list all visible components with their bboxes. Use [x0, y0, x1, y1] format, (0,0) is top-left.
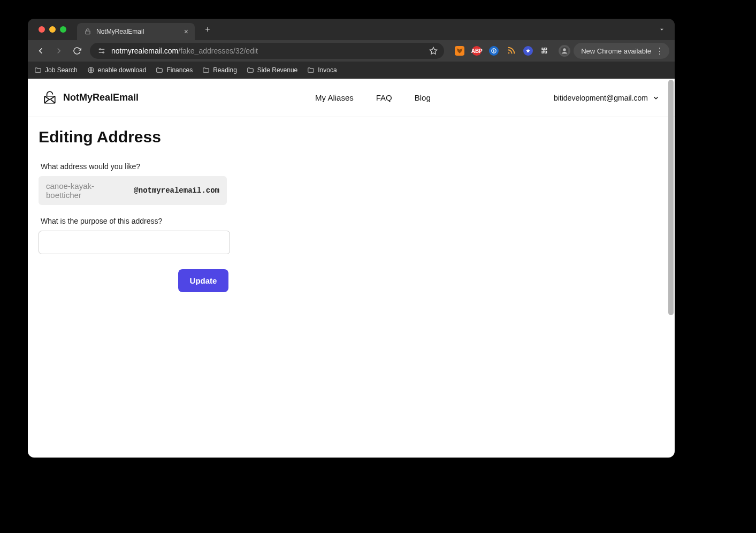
folder-icon [156, 66, 163, 74]
svg-point-1 [100, 49, 101, 50]
url-text: notmyrealemail.com/fake_addresses/32/edi… [111, 47, 425, 55]
svg-rect-5 [493, 50, 494, 52]
bookmark-label: Finances [166, 66, 193, 74]
kebab-menu-icon[interactable]: ⋮ [655, 46, 664, 56]
maximize-window-button[interactable] [60, 26, 66, 33]
extension-abp-icon[interactable]: ABP [472, 46, 482, 56]
bookmark-label: Job Search [45, 66, 78, 74]
account-menu[interactable]: bitidevelopment@gmail.com [554, 94, 660, 102]
extension-metamask-icon[interactable] [455, 46, 464, 56]
submit-row: Update [39, 269, 368, 292]
folder-icon [202, 66, 210, 74]
app-header: NotMyRealEmail My Aliases FAQ Blog bitid… [28, 79, 675, 117]
nav-faq[interactable]: FAQ [376, 93, 392, 102]
bookmark-reading[interactable]: Reading [202, 66, 237, 74]
bookmark-label: Reading [213, 66, 237, 74]
bookmark-label: Side Revenue [257, 66, 297, 74]
bookmarks-bar: Job Search enable download Finances Read… [28, 62, 675, 79]
browser-window: NotMyRealEmail × + notmyrealemail.com/fa… [28, 19, 675, 458]
site-settings-icon[interactable] [96, 45, 107, 56]
bookmark-side-revenue[interactable]: Side Revenue [247, 66, 297, 74]
update-button[interactable]: Update [178, 269, 229, 292]
purpose-field-group: What is the purpose of this address? [39, 217, 664, 254]
brand-name: NotMyRealEmail [63, 92, 139, 103]
purpose-label: What is the purpose of this address? [41, 217, 664, 225]
forward-button[interactable] [51, 43, 66, 58]
form-content: Editing Address What address would you l… [28, 117, 675, 303]
extension-onepassword-icon[interactable] [489, 46, 499, 56]
bookmark-label: Invoca [318, 66, 337, 74]
alias-domain-suffix: @notmyrealemail.com [134, 186, 219, 195]
brand-logo[interactable]: NotMyRealEmail [43, 91, 139, 105]
bookmark-star-icon[interactable] [429, 47, 438, 55]
tab-title: NotMyRealEmail [96, 28, 180, 35]
page-title: Editing Address [39, 128, 664, 146]
globe-icon [87, 66, 95, 74]
back-button[interactable] [33, 43, 48, 58]
svg-rect-0 [86, 31, 90, 34]
browser-toolbar: notmyrealemail.com/fake_addresses/32/edi… [28, 40, 675, 62]
folder-icon [307, 66, 315, 74]
extension-generic-icon[interactable] [523, 46, 533, 56]
nav-blog[interactable]: Blog [415, 93, 431, 102]
chevron-down-icon [652, 94, 660, 102]
address-field-group: What address would you like? canoe-kayak… [39, 162, 664, 205]
nav-my-aliases[interactable]: My Aliases [315, 93, 354, 102]
profile-avatar[interactable] [559, 45, 570, 57]
extensions-puzzle-icon[interactable] [540, 46, 550, 56]
window-controls [39, 26, 66, 33]
extension-rss-icon[interactable] [506, 46, 516, 56]
page-content: NotMyRealEmail My Aliases FAQ Blog bitid… [28, 79, 675, 458]
extension-icons: ABP [449, 46, 555, 56]
svg-point-2 [103, 52, 104, 53]
close-window-button[interactable] [39, 26, 45, 33]
chrome-update-label: New Chrome available [581, 47, 651, 55]
purpose-input[interactable] [39, 231, 230, 254]
account-email: bitidevelopment@gmail.com [554, 94, 648, 102]
close-tab-icon[interactable]: × [184, 27, 188, 36]
bookmark-label: enable download [98, 66, 147, 74]
reload-button[interactable] [70, 43, 85, 58]
main-nav: My Aliases FAQ Blog [315, 93, 431, 102]
folder-icon [247, 66, 254, 74]
folder-icon [34, 66, 42, 74]
scrollbar[interactable] [668, 80, 674, 315]
address-label: What address would you like? [41, 162, 664, 171]
svg-point-8 [563, 48, 566, 51]
bookmark-finances[interactable]: Finances [156, 66, 193, 74]
tab-bar: NotMyRealEmail × + [28, 19, 675, 40]
tab-favicon-icon [83, 27, 92, 36]
svg-marker-3 [430, 47, 437, 54]
tab-overflow-button[interactable] [655, 23, 668, 36]
bookmark-enable-download[interactable]: enable download [87, 66, 147, 74]
chrome-update-button[interactable]: New Chrome available ⋮ [574, 43, 669, 59]
minimize-window-button[interactable] [49, 26, 56, 33]
svg-point-6 [508, 52, 510, 54]
new-tab-button[interactable]: + [200, 22, 215, 37]
alias-value: canoe-kayak-boetticher [46, 181, 127, 200]
bookmark-job-search[interactable]: Job Search [34, 66, 78, 74]
bookmark-invoca[interactable]: Invoca [307, 66, 337, 74]
browser-tab[interactable]: NotMyRealEmail × [77, 23, 195, 40]
address-bar[interactable]: notmyrealemail.com/fake_addresses/32/edi… [90, 43, 444, 59]
alias-input-readonly: canoe-kayak-boetticher @notmyrealemail.c… [39, 176, 227, 205]
logo-icon [43, 91, 57, 105]
